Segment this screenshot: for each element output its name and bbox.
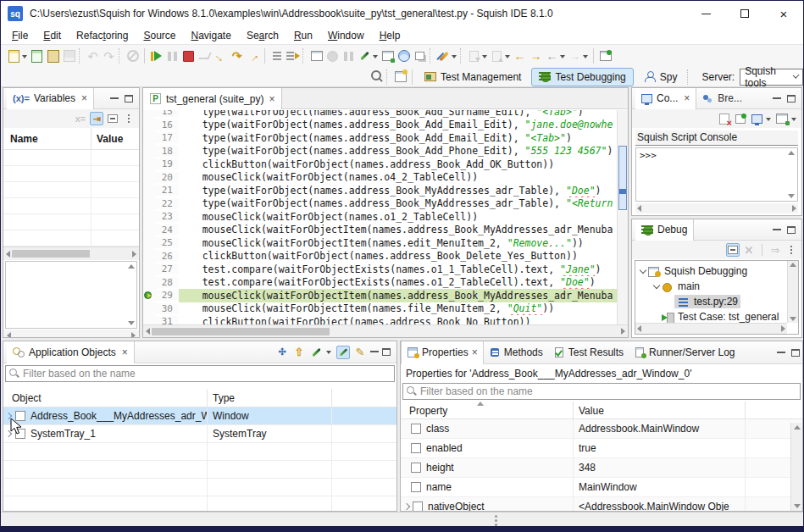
row-checkbox[interactable]	[411, 424, 421, 434]
forward-history-icon[interactable]: →	[568, 49, 582, 64]
minimize-button[interactable]	[686, 1, 725, 26]
property-row[interactable]: height348	[401, 458, 802, 478]
code-line[interactable]: 19 clickButton(waitForObject(names.addre…	[143, 158, 628, 171]
property-row[interactable]: nativeObject<Addressbook.MainWindow Obje	[401, 497, 802, 512]
tab-console[interactable]: Co... ×	[635, 88, 696, 109]
properties-vscrollbar[interactable]	[790, 423, 802, 511]
save-icon[interactable]	[62, 49, 76, 64]
maximize-view-icon[interactable]	[787, 226, 796, 234]
minimize-view-icon[interactable]	[777, 352, 785, 354]
menu-run[interactable]: Run	[286, 28, 320, 43]
debug-tree-item[interactable]: Squish Debugging	[639, 263, 798, 279]
tab-tst-general[interactable]: P tst_general (suite_py) ×	[143, 88, 282, 109]
row-checkbox[interactable]	[15, 411, 25, 421]
row-checkbox[interactable]	[15, 429, 25, 439]
refresh-objects-icon[interactable]: ✣	[275, 346, 289, 359]
resume-icon[interactable]	[149, 49, 164, 64]
property-filter-input[interactable]	[402, 383, 801, 400]
view-menu-icon[interactable]	[785, 243, 798, 257]
code-line[interactable]: 25 mouseClick(waitForObjectItem(names.ed…	[143, 236, 628, 250]
maximize-view-icon[interactable]	[787, 95, 796, 103]
code-line[interactable]: 21 type(waitForObject(names.address_Book…	[143, 184, 628, 197]
editor-overview-ruler[interactable]	[617, 110, 628, 324]
variables-hscrollbar[interactable]	[3, 247, 139, 260]
object-row[interactable]: Address_Book___MyAddresses_adr_WiWindow	[3, 407, 396, 425]
code-line[interactable]: 20 mouseClick(waitForObject(names.o4_2_T…	[143, 171, 628, 185]
property-row[interactable]: classAddressbook.MainWindow	[401, 419, 802, 439]
chevron-down-icon[interactable]	[560, 49, 566, 64]
close-icon[interactable]: ×	[269, 93, 274, 105]
column-value[interactable]: Value	[91, 133, 139, 145]
perspective-spy[interactable]: Spy	[637, 69, 685, 86]
display-console-icon[interactable]	[750, 112, 763, 125]
editor-scroll-thumb[interactable]	[618, 146, 627, 210]
menu-search[interactable]: Search	[239, 28, 286, 43]
show-type-names-icon[interactable]: x=	[74, 112, 87, 125]
close-icon[interactable]: ×	[122, 346, 128, 358]
code-line[interactable]: 16 type(waitForObject(names.address_Book…	[143, 119, 628, 132]
code-line[interactable]: 18 type(waitForObject(names.address_Book…	[143, 145, 628, 158]
new-test-suite-icon[interactable]	[7, 49, 21, 64]
column-type[interactable]: Type	[208, 389, 332, 407]
previous-annotation-icon[interactable]	[490, 49, 504, 64]
chevron-down-icon[interactable]	[583, 49, 589, 64]
code-line[interactable]: 24 mouseClick(waitForObjectItem(names.ad…	[143, 224, 628, 237]
chevron-right-icon[interactable]	[3, 413, 14, 418]
code-line[interactable]: 29 mouseClick(waitForObjectItem(names.ad…	[143, 289, 628, 302]
cascade-views-icon[interactable]	[413, 49, 427, 64]
code-line[interactable]: 27 test.compare(waitForObjectExists(name…	[143, 263, 628, 276]
code-line[interactable]: 30 mouseClick(waitForObjectItem(names.fi…	[143, 302, 628, 316]
pin-console-icon[interactable]	[734, 112, 747, 125]
debug-hscrollbar[interactable]	[635, 323, 787, 334]
back-history-icon[interactable]: ←	[545, 49, 559, 64]
tab-variables[interactable]: (x)= Variables ×	[7, 88, 94, 109]
debug-tree-item[interactable]: main	[639, 279, 798, 294]
console-hscrollbar[interactable]	[635, 203, 798, 213]
redo-icon[interactable]: ↷	[102, 49, 116, 64]
property-row[interactable]: enabledtrue	[401, 439, 802, 458]
menu-edit[interactable]: Edit	[36, 28, 69, 43]
resume-selection-icon[interactable]: ⇒	[768, 243, 782, 257]
chevron-down-icon[interactable]	[373, 49, 379, 64]
next-edit-location-icon[interactable]: →	[529, 49, 543, 64]
perspective-test-management[interactable]: Test Management	[418, 69, 528, 86]
chevron-right-icon[interactable]	[402, 504, 411, 509]
object-row[interactable]: SystemTray_1SystemTray	[3, 425, 396, 443]
edit-object-name-icon[interactable]: ✎	[353, 346, 367, 359]
menu-navigate[interactable]: Navigate	[184, 28, 239, 43]
menu-help[interactable]: Help	[372, 28, 408, 43]
close-button[interactable]: ×	[764, 1, 803, 26]
menu-refactoring[interactable]: Refactoring	[69, 28, 136, 43]
chevron-down-icon[interactable]	[326, 345, 332, 359]
code-line[interactable]: 26 clickButton(waitForObject(names.addre…	[143, 250, 628, 263]
object-picker-icon[interactable]	[309, 346, 323, 359]
minimize-view-icon[interactable]	[110, 97, 119, 100]
new-test-case-icon[interactable]	[30, 49, 44, 64]
open-console-icon[interactable]	[775, 112, 789, 125]
skip-all-breakpoints-icon[interactable]	[269, 49, 284, 64]
scroll-up-icon[interactable]	[788, 151, 795, 155]
undo-icon[interactable]: ↶	[86, 49, 100, 64]
next-annotation-icon[interactable]	[467, 49, 481, 64]
code-line[interactable]: 23 mouseClick(waitForObject(names.o1_2_T…	[143, 210, 628, 224]
launch-aut-icon[interactable]	[436, 49, 451, 64]
tab-runner-server-log[interactable]: Runner/Server Log	[629, 341, 740, 364]
chevron-down-icon[interactable]	[639, 270, 647, 273]
step-over-icon[interactable]: ↷	[230, 49, 244, 64]
tab-test-results[interactable]: Test Results	[548, 341, 629, 364]
maximize-view-icon[interactable]	[125, 95, 133, 103]
maximize-view-icon[interactable]	[382, 348, 391, 356]
last-edit-location-icon[interactable]: ←	[513, 49, 527, 64]
launch-browser-icon[interactable]	[396, 49, 411, 64]
disconnect-icon[interactable]	[197, 49, 212, 64]
tab-application-objects[interactable]: Application Objects ×	[7, 341, 135, 363]
scroll-up-icon[interactable]	[128, 264, 135, 269]
suspend-icon[interactable]	[165, 49, 180, 64]
terminate-icon[interactable]	[181, 49, 196, 64]
add-symbolic-name-icon[interactable]	[380, 49, 395, 64]
server-dropdown[interactable]: Squish tools	[740, 69, 803, 86]
pin-editor-icon[interactable]	[598, 49, 613, 64]
chevron-down-icon[interactable]	[482, 49, 488, 64]
object-filter-input[interactable]	[5, 365, 395, 382]
code-line[interactable]: 28 test.compare(waitForObjectExists(name…	[143, 276, 628, 290]
